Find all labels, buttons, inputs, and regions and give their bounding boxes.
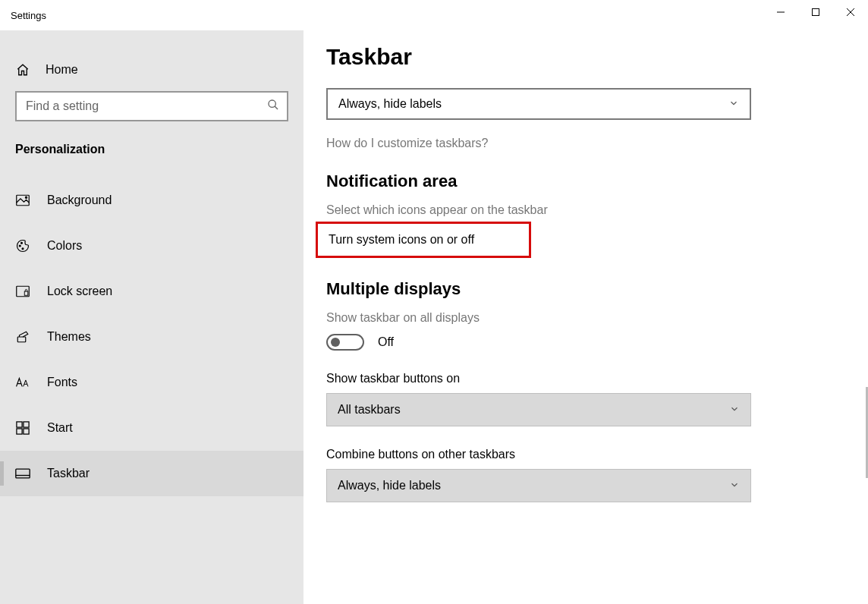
sidebar-item-colors[interactable]: Colors — [0, 223, 303, 269]
home-label: Home — [46, 63, 78, 77]
sidebar: Home Personalization Background Colors — [0, 30, 303, 604]
select-value: Always, hide labels — [338, 479, 441, 492]
svg-rect-1 — [813, 9, 819, 16]
background-icon — [15, 194, 30, 206]
home-nav[interactable]: Home — [0, 49, 303, 91]
svg-rect-17 — [24, 429, 29, 434]
toggle-state-label: Off — [378, 335, 394, 349]
svg-point-10 — [22, 248, 24, 250]
sidebar-item-fonts[interactable]: Fonts — [0, 360, 303, 405]
window-controls — [763, 0, 868, 24]
titlebar: Settings — [0, 0, 868, 30]
start-icon — [15, 421, 30, 435]
fonts-icon — [15, 376, 30, 389]
sidebar-item-label: Colors — [47, 239, 82, 253]
search-icon — [267, 99, 279, 114]
main-panel: Taskbar Always, hide labels How do I cus… — [303, 30, 868, 604]
taskbar-icon — [15, 468, 30, 479]
sidebar-item-background[interactable]: Background — [0, 178, 303, 223]
link-select-icons[interactable]: Select which icons appear on the taskbar — [326, 203, 845, 217]
sidebar-item-themes[interactable]: Themes — [0, 314, 303, 360]
svg-point-9 — [21, 242, 23, 244]
search-box[interactable] — [15, 91, 288, 121]
show-buttons-select[interactable]: All taskbars — [326, 393, 751, 426]
combine-buttons-select[interactable]: Always, hide labels — [326, 88, 751, 120]
svg-point-8 — [19, 245, 20, 247]
chevron-down-icon — [728, 98, 739, 111]
combine-other-select[interactable]: Always, hide labels — [326, 469, 751, 502]
nav-list: Background Colors Lock screen Themes Fon… — [0, 167, 303, 496]
home-icon — [15, 63, 30, 77]
minimize-button[interactable] — [763, 0, 798, 24]
sidebar-item-label: Themes — [47, 330, 91, 344]
chevron-down-icon — [729, 480, 740, 492]
sidebar-section-title: Personalization — [0, 121, 303, 167]
close-button[interactable] — [833, 0, 868, 24]
section-notification-area: Notification area — [326, 171, 845, 191]
page-title: Taskbar — [326, 44, 845, 70]
help-link[interactable]: How do I customize taskbars? — [326, 137, 845, 150]
scrollbar[interactable] — [865, 30, 868, 604]
sidebar-item-label: Background — [47, 193, 112, 207]
sidebar-item-label: Lock screen — [47, 285, 112, 298]
section-multiple-displays: Multiple displays — [326, 279, 845, 299]
sidebar-item-label: Taskbar — [47, 467, 90, 480]
svg-rect-12 — [24, 291, 28, 295]
sidebar-item-label: Fonts — [47, 376, 77, 389]
svg-rect-13 — [17, 337, 26, 342]
themes-icon — [15, 330, 30, 344]
combine-other-label: Combine buttons on other taskbars — [326, 448, 845, 461]
link-system-icons[interactable]: Turn system icons on or off — [329, 233, 474, 247]
select-value: Always, hide labels — [338, 97, 442, 111]
chevron-down-icon — [729, 404, 740, 417]
show-buttons-label: Show taskbar buttons on — [326, 372, 845, 385]
select-value: All taskbars — [338, 403, 401, 417]
sidebar-item-taskbar[interactable]: Taskbar — [0, 451, 303, 496]
sidebar-item-lockscreen[interactable]: Lock screen — [0, 269, 303, 314]
svg-rect-18 — [16, 469, 30, 478]
search-input[interactable] — [24, 99, 267, 114]
svg-line-5 — [275, 106, 278, 109]
window-title: Settings — [0, 10, 46, 21]
svg-point-7 — [25, 197, 27, 198]
toggle-row-show-all: Off — [326, 334, 845, 351]
sidebar-item-label: Start — [47, 421, 73, 435]
lockscreen-icon — [15, 285, 30, 297]
toggle-show-all[interactable] — [326, 334, 364, 351]
maximize-button[interactable] — [798, 0, 833, 24]
svg-rect-14 — [17, 422, 22, 427]
svg-rect-16 — [17, 429, 22, 434]
highlight-box: Turn system icons on or off — [316, 222, 531, 258]
svg-rect-15 — [24, 422, 29, 427]
svg-point-4 — [269, 100, 275, 107]
toggle-show-all-label: Show taskbar on all displays — [326, 311, 845, 325]
sidebar-item-start[interactable]: Start — [0, 405, 303, 451]
colors-icon — [15, 239, 30, 253]
